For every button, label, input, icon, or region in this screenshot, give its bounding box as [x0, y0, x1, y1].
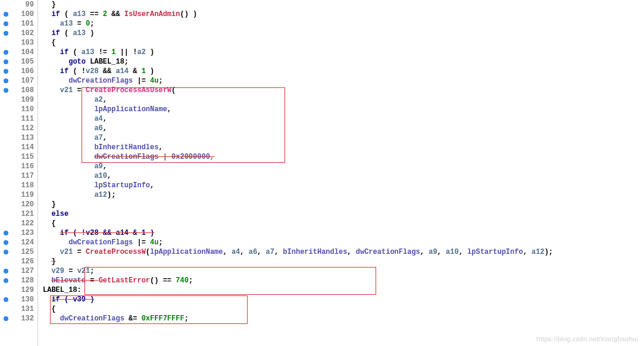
- code-line[interactable]: a9,: [38, 162, 644, 171]
- breakpoint-icon[interactable]: [4, 297, 8, 302]
- code-line[interactable]: a4,: [38, 114, 644, 124]
- code-line[interactable]: {: [38, 38, 644, 48]
- gutter-line[interactable]: 131: [0, 304, 37, 314]
- gutter-line[interactable]: 119: [0, 190, 37, 200]
- breakpoint-icon[interactable]: [4, 269, 8, 273]
- code-line[interactable]: if ( v39 ): [38, 295, 644, 304]
- breakpoint-icon[interactable]: [4, 231, 8, 235]
- gutter-line[interactable]: 123: [0, 228, 37, 238]
- code-token: 0: [86, 19, 90, 29]
- code-token: bInheritHandles: [94, 143, 158, 152]
- line-number: 100: [21, 10, 34, 18]
- code-token: a4: [232, 247, 240, 257]
- breakpoint-icon[interactable]: [4, 78, 8, 83]
- breakpoint-icon[interactable]: [4, 21, 8, 26]
- gutter-line[interactable]: 115: [0, 152, 37, 162]
- gutter-line[interactable]: 117: [0, 171, 37, 181]
- breakpoint-icon[interactable]: [4, 12, 8, 17]
- gutter-line[interactable]: 114: [0, 143, 37, 152]
- code-line[interactable]: dwCreationFlags |= 4u;: [38, 238, 644, 247]
- gutter-line[interactable]: 110: [0, 105, 37, 114]
- code-token: &&: [99, 67, 116, 76]
- code-line[interactable]: {: [38, 219, 644, 228]
- breakpoint-icon[interactable]: [4, 31, 8, 36]
- gutter-line[interactable]: 111: [0, 114, 37, 124]
- code-line[interactable]: dwCreationFlags | 0x2000000,: [38, 152, 644, 162]
- code-token: GetLastError: [99, 276, 150, 285]
- gutter-line[interactable]: 122: [0, 219, 37, 228]
- gutter-line[interactable]: 129: [0, 285, 37, 295]
- code-line[interactable]: bElevate = GetLastError() == 740;: [38, 276, 644, 285]
- gutter-line[interactable]: 107: [0, 76, 37, 86]
- code-line[interactable]: if ( a13 ): [38, 29, 644, 38]
- code-line[interactable]: }: [38, 257, 644, 266]
- gutter-line[interactable]: 116: [0, 162, 37, 171]
- code-line[interactable]: }: [38, 200, 644, 209]
- gutter-line[interactable]: 104: [0, 48, 37, 57]
- code-line[interactable]: else: [38, 209, 644, 219]
- gutter-line[interactable]: 101: [0, 19, 37, 29]
- gutter-line[interactable]: 132: [0, 314, 37, 323]
- gutter-line[interactable]: 127: [0, 266, 37, 276]
- gutter-line[interactable]: 124: [0, 238, 37, 247]
- code-line[interactable]: goto LABEL_18;: [38, 57, 644, 67]
- code-line[interactable]: bInheritHandles,: [38, 143, 644, 152]
- code-token: v21: [60, 247, 73, 257]
- line-number: 132: [21, 314, 34, 323]
- breakpoint-icon[interactable]: [4, 88, 8, 93]
- code-line[interactable]: }: [38, 0, 644, 10]
- code-token: (: [60, 10, 73, 19]
- gutter-line[interactable]: 108: [0, 86, 37, 95]
- code-line[interactable]: dwCreationFlags &= 0xFFF7FFFF;: [38, 314, 644, 323]
- gutter-line[interactable]: 130: [0, 295, 37, 304]
- code-line[interactable]: a2,: [38, 95, 644, 105]
- gutter-line[interactable]: 109: [0, 95, 37, 105]
- code-line[interactable]: lpStartupInfo,: [38, 181, 644, 190]
- gutter-line[interactable]: 121: [0, 209, 37, 219]
- gutter-line[interactable]: 118: [0, 181, 37, 190]
- code-line[interactable]: dwCreationFlags |= 4u;: [38, 76, 644, 86]
- code-line[interactable]: v21 = CreateProcessAsUserW(: [38, 86, 644, 95]
- code-line[interactable]: if ( !v28 && a14 & 1 ): [38, 228, 644, 238]
- breakpoint-icon[interactable]: [4, 316, 8, 321]
- gutter-line[interactable]: 113: [0, 133, 37, 143]
- code-line[interactable]: a12);: [38, 190, 644, 200]
- code-line[interactable]: if ( !v28 && a14 & 1 ): [38, 67, 644, 76]
- code-token: a10: [94, 171, 107, 181]
- breakpoint-icon[interactable]: [4, 69, 8, 74]
- code-line[interactable]: v21 = CreateProcessW(lpApplicationName, …: [38, 247, 644, 257]
- gutter-line[interactable]: 105: [0, 57, 37, 67]
- breakpoint-icon[interactable]: [4, 278, 8, 283]
- breakpoint-icon[interactable]: [4, 250, 8, 254]
- code-line[interactable]: {: [38, 304, 644, 314]
- gutter-line[interactable]: 100: [0, 10, 37, 19]
- gutter-line[interactable]: 112: [0, 124, 37, 133]
- code-line[interactable]: v29 = v21;: [38, 266, 644, 276]
- gutter-line[interactable]: 106: [0, 67, 37, 76]
- code-token: }: [51, 200, 55, 209]
- code-line[interactable]: if ( a13 == 2 && IsUserAnAdmin() ): [38, 10, 644, 19]
- code-line[interactable]: if ( a13 != 1 || !a2 ): [38, 48, 644, 57]
- breakpoint-icon[interactable]: [4, 50, 8, 55]
- breakpoint-icon[interactable]: [4, 240, 8, 245]
- gutter-line[interactable]: 103: [0, 38, 37, 48]
- code-line[interactable]: a10,: [38, 171, 644, 181]
- gutter-line[interactable]: 128: [0, 276, 37, 285]
- code-line[interactable]: lpApplicationName,: [38, 105, 644, 114]
- code-line[interactable]: a7,: [38, 133, 644, 143]
- code-line[interactable]: a13 = 0;: [38, 19, 644, 29]
- code-line[interactable]: LABEL_18:: [38, 285, 644, 295]
- breakpoint-icon[interactable]: [4, 59, 8, 64]
- line-number: 126: [21, 257, 34, 266]
- code-token: }: [51, 257, 55, 266]
- code-token: {: [51, 219, 55, 228]
- gutter-line[interactable]: 102: [0, 29, 37, 38]
- gutter-line[interactable]: 120: [0, 200, 37, 209]
- code-editor[interactable]: 9910010110210310410510610710810911011111…: [0, 0, 644, 346]
- code-token: !=: [94, 48, 111, 57]
- code-line[interactable]: a6,: [38, 124, 644, 133]
- code-area[interactable]: } if ( a13 == 2 && IsUserAnAdmin() ) a13…: [38, 0, 644, 346]
- gutter-line[interactable]: 125: [0, 247, 37, 257]
- gutter-line[interactable]: 99: [0, 0, 37, 10]
- gutter-line[interactable]: 126: [0, 257, 37, 266]
